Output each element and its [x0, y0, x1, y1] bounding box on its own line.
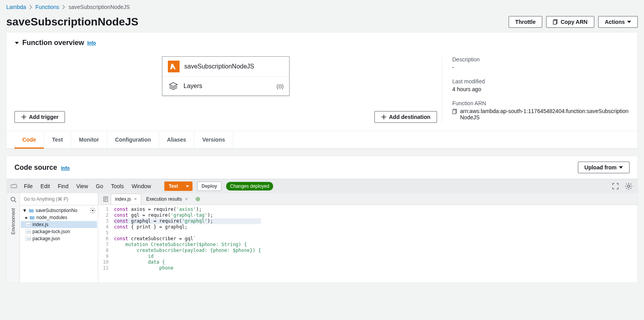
tree-file-package[interactable]: </> package.json: [21, 235, 97, 242]
editor-tab-label: Execution results: [146, 196, 182, 202]
search-icon[interactable]: [10, 196, 16, 203]
fullscreen-icon[interactable]: [612, 182, 619, 190]
tree-node-modules-label: node_modules: [36, 215, 67, 220]
add-tab-icon[interactable]: ⊕: [195, 195, 200, 203]
editor-toolbar: File Edit Find View Go Tools Window Test…: [7, 179, 637, 193]
last-modified-label: Last modified: [452, 78, 630, 84]
js-file-icon: </>: [25, 229, 31, 234]
menu-view[interactable]: View: [75, 182, 90, 190]
menu-window[interactable]: Window: [130, 182, 153, 190]
code-source-heading: Code source: [14, 164, 57, 172]
deploy-button[interactable]: Deploy: [197, 182, 221, 191]
test-button[interactable]: Test: [164, 182, 182, 191]
breadcrumb: Lambda Functions saveSubscriptionNodeJS: [6, 4, 638, 10]
cloud9-icon[interactable]: [11, 183, 18, 189]
upload-from-label: Upload from: [585, 164, 617, 171]
collapse-icon[interactable]: [14, 41, 19, 45]
tree-file-label: package.json: [32, 236, 60, 241]
menu-go[interactable]: Go: [94, 182, 105, 190]
tab-aliases[interactable]: Aliases: [159, 131, 194, 148]
plus-icon: [21, 114, 27, 120]
document-icon[interactable]: [101, 196, 111, 202]
add-destination-button[interactable]: Add destination: [374, 111, 437, 123]
close-icon[interactable]: ×: [134, 196, 137, 202]
code-source-info-link[interactable]: Info: [61, 165, 70, 171]
svg-rect-3: [453, 110, 456, 114]
folder-icon: [29, 215, 35, 220]
add-trigger-button[interactable]: Add trigger: [14, 111, 65, 123]
description-label: Description: [452, 56, 630, 63]
editor-tab-index[interactable]: index.js ×: [111, 194, 141, 205]
svg-point-4: [628, 185, 630, 187]
layers-label: Layers: [183, 83, 272, 90]
menu-file[interactable]: File: [22, 182, 34, 190]
tree-root-folder[interactable]: ▼ saveSubscriptionNo: [21, 207, 97, 214]
function-arn-value: arn:aws:lambda:ap-south-1:117645482404:f…: [460, 108, 630, 120]
throttle-button[interactable]: Throttle: [509, 16, 542, 28]
breadcrumb-lambda[interactable]: Lambda: [6, 4, 26, 10]
breadcrumb-functions[interactable]: Functions: [36, 4, 59, 10]
breadcrumb-current: saveSubscriptionNodeJS: [68, 4, 130, 10]
gear-icon[interactable]: [90, 208, 95, 213]
tab-test[interactable]: Test: [44, 131, 71, 148]
tab-code[interactable]: Code: [14, 131, 44, 148]
tab-configuration[interactable]: Configuration: [107, 131, 159, 148]
function-name-label: saveSubscriptionNodeJS: [184, 63, 284, 70]
upload-from-button[interactable]: Upload from: [578, 162, 630, 173]
editor-tab-label: index.js: [115, 196, 131, 202]
function-arn-label: Function ARN: [452, 100, 630, 106]
svg-point-6: [92, 210, 94, 211]
svg-point-5: [11, 197, 15, 201]
copy-arn-button[interactable]: Copy ARN: [546, 16, 594, 28]
caret-down-icon: [619, 166, 623, 169]
layers-count: (0): [277, 83, 284, 90]
goto-input[interactable]: [22, 195, 95, 203]
editor-tab-execution-results[interactable]: Execution results ×: [142, 194, 192, 205]
lambda-icon: [168, 61, 180, 72]
caret-right-icon: ▸: [25, 215, 28, 220]
copy-icon: [553, 19, 558, 25]
add-trigger-label: Add trigger: [29, 114, 58, 120]
caret-down-icon: ▼: [22, 208, 27, 213]
deploy-status-badge: Changes deployed: [226, 182, 273, 191]
js-file-icon: </>: [25, 236, 31, 241]
layers-row[interactable]: Layers (0): [162, 76, 289, 95]
description-value: -: [452, 64, 630, 70]
close-icon[interactable]: ×: [185, 196, 188, 202]
svg-text:</>: </>: [27, 230, 31, 233]
chevron-right-icon: [62, 5, 65, 9]
folder-icon: [29, 208, 34, 213]
tab-monitor[interactable]: Monitor: [71, 131, 107, 148]
actions-label: Actions: [605, 19, 625, 25]
tab-versions[interactable]: Versions: [194, 131, 233, 148]
page-title: saveSubscriptionNodeJS: [6, 16, 139, 28]
svg-text:</>: </>: [27, 223, 31, 226]
menu-tools[interactable]: Tools: [110, 182, 126, 190]
environment-panel-label[interactable]: Environment: [11, 205, 16, 237]
tree-file-index[interactable]: </> index.js: [21, 221, 97, 228]
function-card: saveSubscriptionNodeJS Layers (0): [162, 56, 290, 96]
tree-file-package-lock[interactable]: </> package-lock.json: [21, 228, 97, 235]
code-editor[interactable]: 1234567891011 const axios = require('axi…: [98, 205, 637, 282]
caret-down-icon: [627, 21, 631, 23]
copy-icon[interactable]: [452, 108, 458, 114]
plus-icon: [381, 114, 387, 120]
test-dropdown[interactable]: [182, 182, 192, 191]
overview-info-link[interactable]: Info: [87, 40, 96, 46]
gear-icon[interactable]: [624, 182, 633, 191]
menu-edit[interactable]: Edit: [39, 182, 52, 190]
last-modified-value: 4 hours ago: [452, 86, 630, 92]
layers-icon: [168, 81, 179, 92]
tree-node-modules[interactable]: ▸ node_modules: [21, 214, 97, 221]
tree-file-label: package-lock.json: [32, 229, 70, 234]
add-destination-label: Add destination: [389, 114, 430, 120]
actions-button[interactable]: Actions: [598, 16, 638, 28]
tree-file-label: index.js: [32, 222, 49, 227]
function-overview-heading: Function overview: [22, 39, 84, 47]
svg-rect-1: [553, 20, 556, 24]
menu-find[interactable]: Find: [56, 182, 70, 190]
js-file-icon: </>: [25, 222, 31, 227]
svg-text:</>: </>: [27, 237, 31, 240]
function-tabs: Code Test Monitor Configuration Aliases …: [7, 131, 637, 148]
copy-arn-label: Copy ARN: [561, 19, 588, 25]
